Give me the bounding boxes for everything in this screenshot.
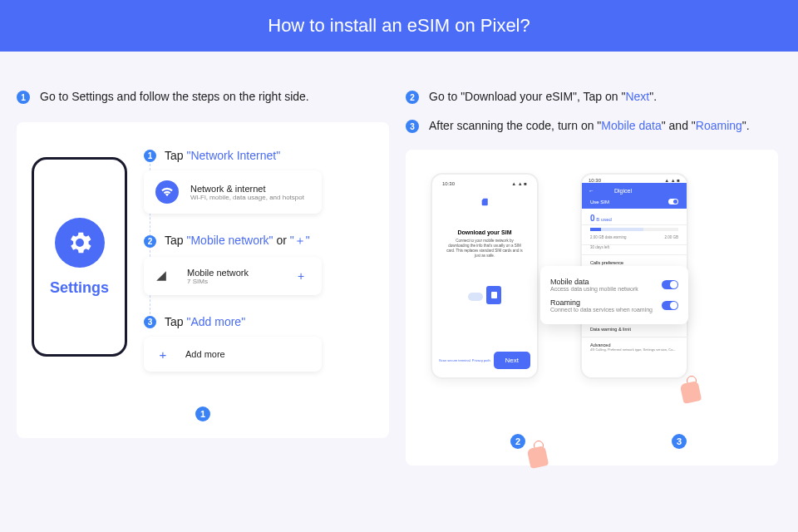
step-1: 1 Tap "Network Internet" Network & inter… [144, 149, 374, 214]
card2-title: Mobile network [187, 268, 249, 278]
carrier-name: Digicel [614, 188, 632, 194]
back-icon[interactable]: ← [589, 188, 594, 194]
add-sim-plus[interactable]: + [292, 267, 310, 285]
sim-icon [480, 198, 489, 206]
panel2-badge: 2 [510, 434, 525, 449]
card3-title: Add more [185, 349, 225, 359]
dl-title: Download your SIM [439, 229, 530, 235]
header-banner: How to install an eSIM on Pixel? [0, 0, 798, 52]
data-used: 0 B used [582, 209, 687, 225]
finger-pointer-icon [525, 436, 554, 470]
step3-badge: 3 [144, 316, 156, 328]
mobile-network-card[interactable]: Mobile network 7 SIMs + [144, 257, 322, 295]
network-internet-card[interactable]: Network & internet Wi-Fi, mobile, data u… [144, 170, 322, 214]
right-column: 2 Go to "Download your eSIM", Tap on "Ne… [406, 88, 778, 466]
advanced-row[interactable]: Advanced4G Calling, Preferred network ty… [582, 337, 687, 357]
plus-icon: + [155, 347, 170, 362]
statusbar-2: 10:30▲ ▲ ■ [582, 175, 687, 183]
roaming-row[interactable]: Roaming Connect to data services when ro… [550, 295, 678, 316]
roaming-toggle[interactable] [662, 301, 678, 310]
left-panel: Settings 1 Tap "Network Internet" Networ… [17, 122, 389, 438]
wifi-icon [155, 180, 179, 204]
badge-3: 3 [406, 120, 419, 133]
instruction-2: 2 Go to "Download your eSIM", Tap on "Ne… [406, 88, 778, 106]
header-title: How to install an eSIM on Pixel? [268, 15, 530, 37]
right-panel: 10:30▲ ▲ ■ Download your SIM Connect to … [406, 150, 778, 466]
instruction-1-text: Go to Settings and follow the steps on t… [40, 88, 309, 106]
download-sim-phone: 10:30▲ ▲ ■ Download your SIM Connect to … [431, 173, 539, 379]
carrier-header: ← Digicel [582, 183, 687, 199]
cloud-icon [468, 293, 483, 301]
security-link[interactable]: Scan secure terminal. Privacy path [439, 358, 490, 362]
settings-label: Settings [50, 279, 109, 297]
mobile-data-row[interactable]: Mobile data Access data using mobile net… [550, 274, 678, 295]
toggles-popup: Mobile data Access data using mobile net… [540, 266, 688, 324]
signal-icon [155, 270, 167, 282]
sim-card-icon [486, 286, 501, 304]
card1-sub: Wi-Fi, mobile, data usage, and hotspot [190, 194, 304, 201]
mobile-data-toggle[interactable] [662, 280, 678, 289]
use-sim-toggle[interactable] [668, 199, 678, 204]
instruction-1: 1 Go to Settings and follow the steps on… [17, 88, 389, 106]
card2-sub: 7 SIMs [187, 278, 249, 285]
instruction-3: 3 After scanning the code, turn on "Mobi… [406, 117, 778, 135]
step2-badge: 2 [144, 235, 156, 248]
step-2: 2 Tap "Mobile network" or "＋" Mobile net… [144, 234, 374, 295]
phone-outline: Settings [32, 157, 127, 357]
instruction-3-text: After scanning the code, turn on "Mobile… [429, 117, 750, 135]
dl-graphic [439, 286, 530, 304]
statusbar: 10:30▲ ▲ ■ [439, 181, 530, 190]
next-button[interactable]: Next [494, 352, 530, 369]
add-more-card[interactable]: + Add more [144, 337, 322, 372]
instruction-2-text: Go to "Download your eSIM", Tap on "Next… [429, 88, 657, 106]
step2-text: Tap "Mobile network" or "＋" [165, 234, 310, 249]
badge-2: 2 [406, 91, 419, 104]
card1-title: Network & internet [190, 184, 304, 194]
panel3-badge: 3 [672, 434, 687, 449]
step1-text: Tap "Network Internet" [165, 149, 280, 162]
finger-pointer-icon-2 [678, 371, 707, 406]
steps-column: 1 Tap "Network Internet" Network & inter… [144, 149, 374, 421]
gear-icon [55, 218, 105, 268]
step3-text: Tap "Add more" [165, 315, 245, 328]
panel1-badge: 1 [195, 406, 210, 421]
use-sim-row[interactable]: Use SIM [582, 199, 687, 209]
step-3: 3 Tap "Add more" + Add more [144, 315, 374, 372]
data-bar [590, 225, 678, 234]
badge-1: 1 [17, 91, 30, 104]
step1-badge: 1 [144, 150, 156, 162]
left-column: 1 Go to Settings and follow the steps on… [17, 88, 389, 466]
dl-desc: Connect to your mobile network by downlo… [439, 239, 530, 258]
